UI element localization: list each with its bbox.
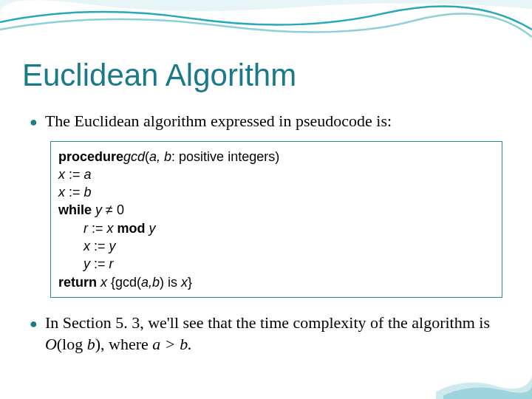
var-y: y (83, 256, 90, 271)
code-line-2: x := a (58, 166, 494, 183)
bullet-marker: ● (30, 115, 38, 130)
var-y: y (92, 202, 106, 217)
big-o: O (45, 335, 57, 353)
var-r: r (109, 256, 114, 271)
comment-open: {gcd( (111, 275, 141, 290)
bullet-marker: ● (30, 316, 38, 332)
bullet-text-1: The Euclidean algorithm expressed in pse… (45, 111, 392, 132)
kw-procedure: procedure (58, 149, 123, 164)
pseudocode-box: proceduregcd(a, b: positive integers) x … (50, 141, 502, 298)
inequality: a > b. (152, 335, 191, 353)
text-frag: In Section (45, 313, 115, 332)
assign: := (65, 185, 84, 200)
code-line-8: return x {gcd(a,b) is x} (58, 273, 494, 291)
bullet-item-1: ● The Euclidean algorithm expressed in p… (30, 111, 502, 132)
code-line-6: x := y (58, 237, 494, 255)
code-line-4: while y ≠ 0 (58, 201, 494, 219)
assign: := (90, 239, 109, 253)
code-line-3: x := b (58, 183, 494, 201)
var-y: y (146, 221, 156, 236)
code-line-5: r := x mod y (58, 219, 494, 237)
slide-content: ● The Euclidean algorithm expressed in p… (30, 111, 502, 364)
comment-close: } (188, 275, 192, 290)
var-b: b (84, 185, 92, 200)
assign: := (88, 221, 107, 236)
var-b: b (87, 335, 95, 353)
zero: 0 (113, 202, 124, 217)
param-desc: : positive integers) (171, 149, 279, 164)
kw-while: while (58, 202, 92, 217)
var-x: x (58, 167, 65, 182)
kw-mod: mod (117, 221, 146, 236)
bullet-item-2: ● In Section 5. 3, we'll see that the ti… (30, 313, 502, 355)
neq: ≠ (106, 202, 113, 217)
var-x: x (107, 221, 117, 236)
kw-return: return (58, 275, 97, 290)
assign: := (90, 256, 109, 271)
var-x: x (97, 275, 111, 290)
text-frag: (log (57, 335, 87, 353)
text-frag: ), where (95, 335, 153, 353)
comment-mid: ) is (160, 275, 181, 290)
slide-title: Euclidean Algorithm (22, 58, 296, 93)
params: a, b (149, 149, 171, 164)
wave-decoration-top (0, 0, 532, 52)
fn-name: gcd (123, 149, 145, 164)
var-x: x (181, 275, 188, 290)
var-a: a (84, 167, 92, 182)
code-line-1: proceduregcd(a, b: positive integers) (58, 148, 494, 166)
bullet-text-2: In Section 5. 3, we'll see that the time… (45, 313, 502, 355)
assign: := (65, 167, 84, 182)
var-x: x (58, 185, 65, 200)
text-frag: , we'll see that the time complexity of … (140, 313, 490, 332)
args: a,b (141, 275, 160, 290)
section-number: 5. 3 (115, 313, 140, 332)
var-y: y (109, 239, 116, 253)
code-line-7: y := r (58, 255, 494, 273)
var-x: x (83, 239, 90, 253)
